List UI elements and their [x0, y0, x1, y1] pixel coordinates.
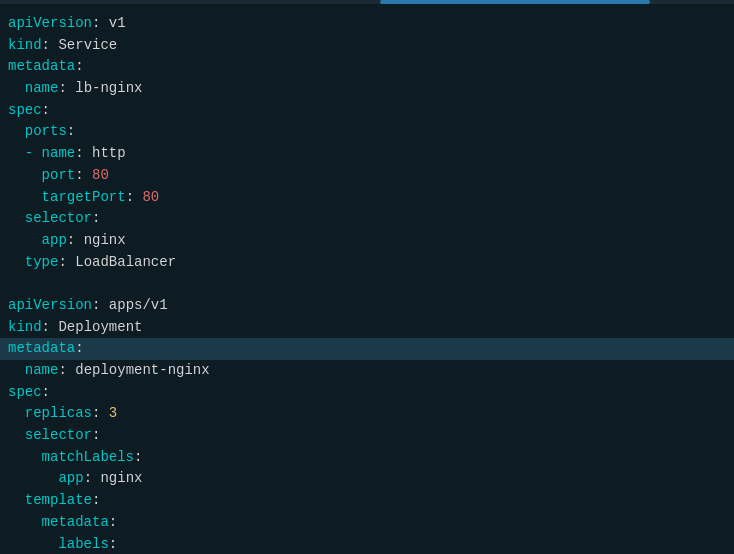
- code-token: app: [8, 230, 67, 252]
- code-token: port: [8, 165, 75, 187]
- code-line: spec:: [0, 382, 734, 404]
- code-token: :: [75, 165, 92, 187]
- code-editor: apiVersion: v1kind: Servicemetadata: nam…: [0, 0, 734, 554]
- code-token: spec: [8, 100, 42, 122]
- code-token: :: [42, 382, 50, 404]
- code-token: type: [8, 252, 58, 274]
- code-token: :: [75, 338, 83, 360]
- code-line: ports:: [0, 121, 734, 143]
- code-token: Deployment: [58, 317, 142, 339]
- code-token: - name: [8, 143, 75, 165]
- code-token: selector: [8, 208, 92, 230]
- code-line: labels:: [0, 534, 734, 555]
- code-token: :: [92, 490, 100, 512]
- code-token: :: [75, 56, 83, 78]
- code-token: kind: [8, 317, 42, 339]
- code-line: apiVersion: apps/v1: [0, 295, 734, 317]
- code-line: apiVersion: v1: [0, 13, 734, 35]
- code-line: selector:: [0, 208, 734, 230]
- code-line: metadata:: [0, 338, 734, 360]
- code-line: app: nginx: [0, 230, 734, 252]
- code-line: kind: Deployment: [0, 317, 734, 339]
- code-token: selector: [8, 425, 92, 447]
- code-token: metadata: [8, 56, 75, 78]
- code-token: metadata: [8, 512, 109, 534]
- code-token: :: [92, 403, 109, 425]
- code-line: matchLabels:: [0, 447, 734, 469]
- code-token: ports: [8, 121, 67, 143]
- code-token: :: [58, 360, 75, 382]
- code-line: name: lb-nginx: [0, 78, 734, 100]
- code-token: :: [58, 252, 75, 274]
- code-line: spec:: [0, 100, 734, 122]
- code-token: nginx: [100, 468, 142, 490]
- code-token: labels: [8, 534, 109, 555]
- code-token: deployment-nginx: [75, 360, 209, 382]
- code-token: 80: [92, 165, 109, 187]
- code-token: 3: [109, 403, 117, 425]
- code-token: :: [67, 121, 75, 143]
- code-line: - name: http: [0, 143, 734, 165]
- code-token: kind: [8, 35, 42, 57]
- code-token: apiVersion: [8, 295, 92, 317]
- code-token: :: [92, 13, 109, 35]
- code-content: apiVersion: v1kind: Servicemetadata: nam…: [0, 8, 734, 554]
- code-token: :: [92, 208, 100, 230]
- code-line: metadata:: [0, 512, 734, 534]
- code-token: apps/v1: [109, 295, 168, 317]
- code-line: app: nginx: [0, 468, 734, 490]
- scrollbar-track: [0, 0, 734, 4]
- code-line: replicas: 3: [0, 403, 734, 425]
- code-token: :: [92, 295, 109, 317]
- code-token: apiVersion: [8, 13, 92, 35]
- code-line: targetPort: 80: [0, 187, 734, 209]
- code-token: :: [58, 78, 75, 100]
- code-token: template: [8, 490, 92, 512]
- code-line: port: 80: [0, 165, 734, 187]
- code-token: :: [75, 143, 92, 165]
- code-token: :: [42, 100, 50, 122]
- code-token: :: [92, 425, 100, 447]
- code-token: app: [8, 468, 84, 490]
- code-token: matchLabels: [8, 447, 134, 469]
- code-token: LoadBalancer: [75, 252, 176, 274]
- code-token: metadata: [8, 338, 75, 360]
- code-token: targetPort: [8, 187, 126, 209]
- code-token: :: [84, 468, 101, 490]
- code-token: :: [126, 187, 143, 209]
- code-token: name: [8, 360, 58, 382]
- code-token: :: [109, 534, 117, 555]
- code-token: nginx: [84, 230, 126, 252]
- code-token: Service: [58, 35, 117, 57]
- code-token: replicas: [8, 403, 92, 425]
- code-token: :: [42, 317, 59, 339]
- code-token: :: [67, 230, 84, 252]
- code-line: template:: [0, 490, 734, 512]
- code-line: kind: Service: [0, 35, 734, 57]
- code-token: name: [8, 78, 58, 100]
- scrollbar-thumb[interactable]: [380, 0, 650, 4]
- code-line: type: LoadBalancer: [0, 252, 734, 274]
- code-token: spec: [8, 382, 42, 404]
- code-token: v1: [109, 13, 126, 35]
- code-line: name: deployment-nginx: [0, 360, 734, 382]
- code-token: :: [134, 447, 142, 469]
- code-token: lb-nginx: [75, 78, 142, 100]
- code-token: :: [109, 512, 117, 534]
- code-line: metadata:: [0, 56, 734, 78]
- code-token: http: [92, 143, 126, 165]
- code-line: [0, 273, 734, 295]
- code-token: 80: [142, 187, 159, 209]
- code-token: :: [42, 35, 59, 57]
- code-line: selector:: [0, 425, 734, 447]
